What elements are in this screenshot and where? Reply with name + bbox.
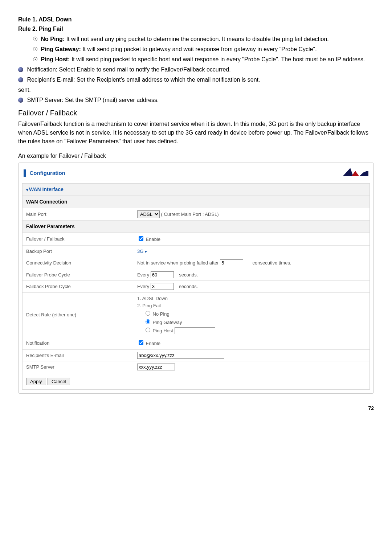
header-bar-icon xyxy=(24,169,26,177)
seconds-label: seconds. xyxy=(179,272,198,278)
failover-enable-checkbox[interactable] xyxy=(139,236,143,241)
detect-rule-row: Detect Rule (either one) 1. ADSL Down 2.… xyxy=(23,292,369,337)
pinggw-radio[interactable] xyxy=(146,319,150,324)
main-port-row: Main Port ADSL ( Current Main Port : ADS… xyxy=(23,208,369,221)
failback-probe-row: Failback Probe Cycle Every seconds. xyxy=(23,281,369,293)
failback-probe-input[interactable] xyxy=(151,283,174,290)
pinghost-label: Ping Host: xyxy=(41,56,70,62)
failover-probe-label: Failover Probe Cycle xyxy=(23,269,134,281)
gateway-opt: Ping Gateway xyxy=(153,320,182,325)
smtp-label: SMTP Server: xyxy=(27,97,63,103)
noping-opt: No Ping xyxy=(153,311,170,317)
failover-probe-row: Failover Probe Cycle Every seconds. xyxy=(23,269,369,281)
bullet-icon: ☉ xyxy=(33,56,38,62)
wan-connection-heading: WAN Connection xyxy=(23,196,369,208)
every-label: Every xyxy=(137,272,149,278)
noping-radio[interactable] xyxy=(146,311,150,316)
pinggw-desc: It will send ping packet to gateway and … xyxy=(81,46,317,52)
rule1-heading: Rule 1. ADSL Down xyxy=(18,15,374,24)
conn-post: consecutive times. xyxy=(253,260,291,266)
smtp-input[interactable] xyxy=(137,364,175,370)
recipient-input[interactable] xyxy=(137,352,224,359)
recip-label: Recipient's E-mail: xyxy=(27,77,75,83)
smtp-row-label: SMTP Server xyxy=(23,361,134,373)
notification-row: Notification Enable xyxy=(23,337,369,350)
section-title: Failover / Failback xyxy=(18,107,374,118)
connectivity-row: Connectivity Decision Not in service whe… xyxy=(23,257,369,269)
failover-params-heading: Failover Parameters xyxy=(23,221,369,233)
sent-line: sent. xyxy=(18,86,374,94)
panel-header: Configuration xyxy=(22,167,370,181)
connectivity-input[interactable] xyxy=(220,259,243,266)
enable-text2: Enable xyxy=(146,341,160,346)
main-port-select[interactable]: ADSL xyxy=(137,210,160,218)
failback-probe-label: Failback Probe Cycle xyxy=(23,281,134,293)
notification-line: Notification: Select Enable to send mail… xyxy=(18,65,374,74)
notif-enable-checkbox[interactable] xyxy=(139,340,143,345)
host-opt: Ping Host xyxy=(153,328,173,333)
notif-label: Notification: xyxy=(27,66,57,73)
enable-text: Enable xyxy=(146,237,160,242)
every-label2: Every xyxy=(137,284,149,289)
smtp-line: SMTP Server: Set the SMTP (mail) server … xyxy=(18,96,374,104)
notif-enable-wrap: Enable xyxy=(137,341,160,346)
connectivity-label: Connectivity Decision xyxy=(23,257,134,269)
conn-pre: Not in service when probing failed after xyxy=(137,260,219,266)
smtp-row: SMTP Server xyxy=(23,361,369,373)
pinggw-item: ☉ Ping Gateway: It will send ping packet… xyxy=(33,45,374,54)
recipient-row-label: Recipient's E-mail xyxy=(23,349,134,361)
pinggw-label: Ping Gateway: xyxy=(41,46,81,52)
main-port-label: Main Port xyxy=(23,208,134,221)
failover-label: Failover / Failback xyxy=(23,233,134,245)
noping-item: ☉ No Ping: It will not send any ping pac… xyxy=(33,35,374,44)
seconds-label2: seconds. xyxy=(179,284,198,289)
backup-port-label: Backup Port xyxy=(23,245,134,257)
recip-desc: Set the Recipient's email address to whi… xyxy=(75,77,260,83)
backup-port-link[interactable]: 3G ▸ xyxy=(137,249,147,254)
recipient-line: Recipient's E-mail: Set the Recipient's … xyxy=(18,75,374,84)
sphere-icon xyxy=(18,67,23,72)
config-panel: Configuration WAN Interface WAN Connecti… xyxy=(18,163,374,394)
panel-title: Configuration xyxy=(29,170,65,176)
example-label: An example for Failover / Failback xyxy=(18,152,374,160)
section-desc: Failover/Failback function is a mechanis… xyxy=(18,120,374,146)
main-port-note: ( Current Main Port : ADSL) xyxy=(161,212,219,217)
failover-probe-input[interactable] xyxy=(151,271,174,278)
noping-desc: It will not send any ping packet to dete… xyxy=(65,36,329,42)
detect-rule-label: Detect Rule (either one) xyxy=(23,292,134,337)
dr-adsl: 1. ADSL Down xyxy=(137,296,168,301)
sphere-icon xyxy=(18,77,23,82)
pinghost-item: ☉ Ping Host: It will send ping packet to… xyxy=(33,55,374,64)
pinghost-desc: It will send ping packet to specific hos… xyxy=(70,56,365,62)
notif-row-label: Notification xyxy=(23,337,134,350)
bullet-icon: ☉ xyxy=(33,46,38,52)
bullet-icon: ☉ xyxy=(33,36,38,42)
backup-port-row: Backup Port 3G ▸ xyxy=(23,245,369,257)
pinghost-input[interactable] xyxy=(175,327,215,334)
pinghost-radio[interactable] xyxy=(146,328,150,332)
page-number: 72 xyxy=(18,405,374,412)
notif-bold: Enable xyxy=(77,66,95,73)
apply-button[interactable]: Apply xyxy=(26,378,46,385)
noping-label: No Ping: xyxy=(41,36,65,42)
smtp-desc: Set the SMTP (mail) server address. xyxy=(64,97,159,103)
brand-logo xyxy=(343,167,368,178)
failover-enable-wrap: Enable xyxy=(137,237,160,242)
sphere-icon xyxy=(18,98,23,103)
rule2-heading: Rule 2. Ping Fail xyxy=(18,25,374,33)
failover-row: Failover / Failback Enable xyxy=(23,233,369,245)
cancel-button[interactable]: Cancel xyxy=(48,378,70,385)
wan-interface-heading: WAN Interface xyxy=(23,184,369,196)
notif-desc1: Select xyxy=(57,66,77,73)
dr-pingfail: 2. Ping Fail xyxy=(137,303,161,308)
recipient-row: Recipient's E-mail xyxy=(23,349,369,361)
notif-desc2: to send mail to notify the Failover/Fail… xyxy=(95,66,230,73)
